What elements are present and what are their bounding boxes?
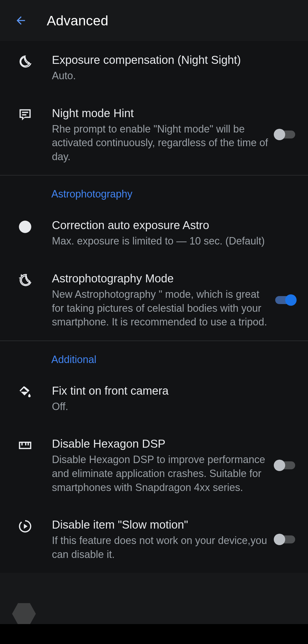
paint-bucket-icon	[17, 385, 33, 401]
setting-correction-astro[interactable]: Correction auto exposure Astro Max. expo…	[0, 206, 308, 260]
watermark-icon	[10, 600, 38, 628]
setting-subtitle: Rhe prompt to enable "Night mode" will b…	[52, 122, 268, 164]
setting-subtitle: Auto.	[52, 69, 291, 83]
page-title: Advanced	[47, 13, 108, 28]
toggle-hexagon[interactable]	[274, 460, 297, 471]
setting-subtitle: Max. exposure is limited to — 10 sec. (D…	[52, 234, 291, 248]
setting-title: Astrophotography Mode	[52, 271, 268, 286]
toggle-night-hint[interactable]	[274, 129, 297, 140]
app-bar: Advanced	[0, 0, 308, 41]
setting-title: Disable Hexagon DSP	[52, 436, 268, 451]
moon-stars-icon	[17, 273, 33, 289]
setting-title: Fix tint on front camera	[52, 383, 291, 398]
setting-astro-mode[interactable]: Astrophotography Mode New Astrophotograp…	[0, 260, 308, 341]
setting-subtitle: New Astrophotography " mode, which is gr…	[52, 288, 268, 329]
setting-night-mode-hint[interactable]: Night mode Hint Rhe prompt to enable "Ni…	[0, 94, 308, 175]
section-header-additional: Additional	[0, 341, 308, 372]
setting-exposure-compensation[interactable]: Exposure compensation (Night Sight) Auto…	[0, 41, 308, 94]
setting-subtitle: Disable Hexagon DSP to improve performan…	[52, 453, 268, 494]
toggle-slowmo[interactable]	[274, 534, 297, 545]
shutter-icon	[17, 219, 33, 235]
toggle-astro-mode[interactable]	[274, 294, 297, 306]
nav-bar	[0, 624, 308, 644]
settings-list: Exposure compensation (Night Sight) Auto…	[0, 41, 308, 573]
section-title: Astrophotography	[51, 188, 297, 200]
setting-title: Disable item "Slow motion"	[52, 517, 268, 532]
setting-title: Night mode Hint	[52, 106, 268, 121]
setting-disable-slowmo[interactable]: Disable item "Slow motion" If this featu…	[0, 506, 308, 573]
ruler-icon	[17, 438, 33, 454]
setting-title: Correction auto exposure Astro	[52, 218, 291, 233]
moon-icon	[17, 54, 33, 70]
setting-fix-tint[interactable]: Fix tint on front camera Off.	[0, 372, 308, 425]
back-button[interactable]	[14, 13, 28, 28]
section-header-astrophotography: Astrophotography	[0, 176, 308, 206]
setting-subtitle: If this feature does not work on your de…	[52, 534, 268, 561]
slow-motion-icon	[17, 519, 33, 535]
setting-subtitle: Off.	[52, 400, 291, 414]
setting-disable-hexagon[interactable]: Disable Hexagon DSP Disable Hexagon DSP …	[0, 425, 308, 506]
speech-bubble-icon	[17, 107, 33, 123]
setting-title: Exposure compensation (Night Sight)	[52, 52, 291, 67]
section-title: Additional	[51, 354, 297, 366]
back-arrow-icon	[15, 14, 27, 27]
